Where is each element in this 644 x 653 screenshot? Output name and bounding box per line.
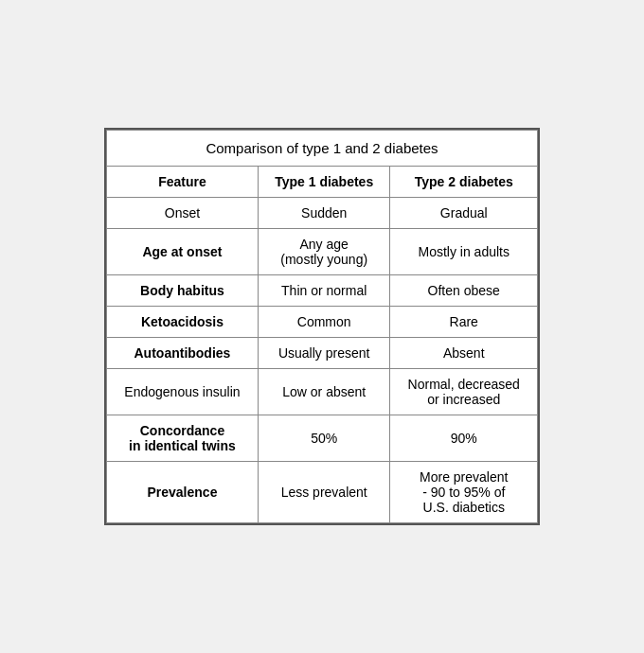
type1-cell-5: Low or absent [258,369,390,415]
type2-cell-7: More prevalent - 90 to 95% of U.S. diabe… [390,462,538,523]
type1-cell-6: 50% [258,415,390,462]
feature-cell-6: Concordance in identical twins [107,415,259,462]
type2-cell-0: Gradual [390,198,538,229]
header-feature: Feature [107,167,259,198]
table-row: Age at onsetAny age (mostly young)Mostly… [107,229,538,275]
type2-cell-3: Rare [390,307,538,338]
header-type1: Type 1 diabetes [258,167,390,198]
table-row: Concordance in identical twins50%90% [107,415,538,462]
table-row: KetoacidosisCommonRare [107,307,538,338]
feature-cell-5: Endogenous insulin [107,369,259,415]
table-row: AutoantibodiesUsually presentAbsent [107,338,538,369]
type1-cell-3: Common [258,307,390,338]
type2-cell-6: 90% [390,415,538,462]
feature-cell-2: Body habitus [107,275,259,307]
type1-cell-1: Any age (mostly young) [258,229,390,275]
type1-cell-4: Usually present [258,338,390,369]
table-row: Body habitusThin or normalOften obese [107,275,538,307]
table-row: OnsetSuddenGradual [107,198,538,229]
header-type2: Type 2 diabetes [390,167,538,198]
type2-cell-5: Normal, decreased or increased [390,369,538,415]
table-title: Comparison of type 1 and 2 diabetes [107,131,538,167]
feature-cell-7: Prevalence [107,462,259,523]
feature-cell-4: Autoantibodies [107,338,259,369]
feature-cell-0: Onset [107,198,259,229]
feature-cell-1: Age at onset [107,229,259,275]
table-row: PrevalenceLess prevalentMore prevalent -… [107,462,538,523]
type1-cell-0: Sudden [258,198,390,229]
type2-cell-4: Absent [390,338,538,369]
type1-cell-7: Less prevalent [258,462,390,523]
comparison-table: Comparison of type 1 and 2 diabetes Feat… [104,128,540,525]
type1-cell-2: Thin or normal [258,275,390,307]
type2-cell-2: Often obese [390,275,538,307]
table-row: Endogenous insulinLow or absentNormal, d… [107,369,538,415]
type2-cell-1: Mostly in adults [390,229,538,275]
feature-cell-3: Ketoacidosis [107,307,259,338]
